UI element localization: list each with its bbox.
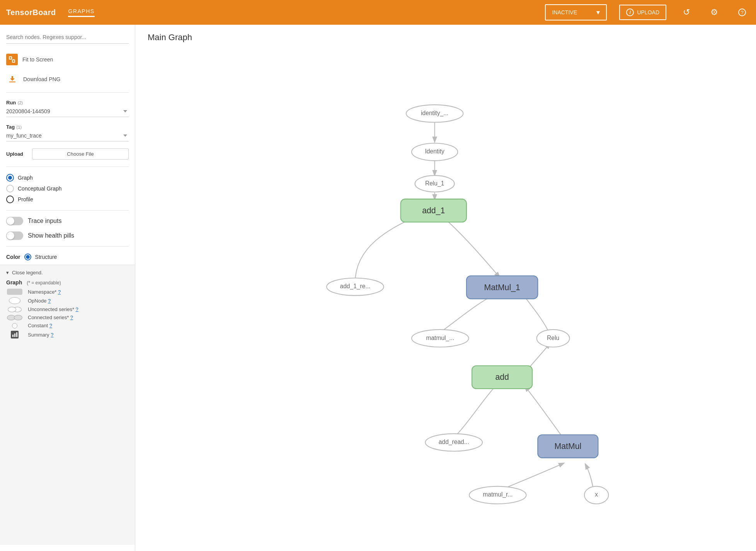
edge-matmul-to-add [525, 386, 561, 435]
svg-rect-1 [12, 60, 15, 62]
help-button[interactable]: ? [734, 5, 750, 20]
tag-label: Tag [6, 124, 15, 130]
color-row: Color Structure [6, 253, 129, 260]
run-field: Run (2) 20200804-144509 [6, 99, 129, 117]
oval-identity-label: Identity [425, 148, 444, 155]
oval-identity-dots-label: identity_... [421, 110, 448, 117]
dropdown-arrow-icon: ▾ [596, 8, 600, 17]
legend-connected-icon [6, 315, 23, 320]
edge-addread-to-add [451, 384, 498, 440]
node-add1-label: add_1 [422, 206, 445, 215]
namespace-help-link[interactable]: ? [58, 289, 61, 295]
legend-opnode-icon [6, 297, 23, 304]
main-layout: Fit to Screen Download PNG Run (2) 20200… [0, 25, 756, 551]
settings-icon: ⚙ [710, 7, 718, 17]
upload-button[interactable]: i UPLOAD [619, 5, 666, 20]
unconnected-help-link[interactable]: ? [76, 306, 78, 312]
oval-add1re-label: add_1_re... [340, 283, 370, 290]
run-label: Run [6, 100, 16, 105]
fit-to-screen-icon [6, 54, 18, 65]
node-matmul-label: MatMul [555, 442, 582, 451]
nav-graphs[interactable]: GRAPHS [68, 8, 94, 17]
legend-item-connected-series: Connected series* ? [6, 315, 129, 320]
trace-inputs-toggle[interactable] [6, 217, 23, 225]
radio-profile[interactable]: Profile [6, 196, 129, 203]
radio-conceptual-graph[interactable]: Conceptual Graph [6, 185, 129, 192]
oval-matmuldots-label: matmul_... [426, 335, 454, 342]
oval-matmulr-label: matmul_r... [483, 491, 513, 498]
upload-row: Upload Choose File [6, 148, 129, 160]
sidebar: Fit to Screen Download PNG Run (2) 20200… [0, 25, 135, 551]
upload-info-icon: i [626, 9, 634, 16]
legend-chevron-icon: ▾ [6, 270, 9, 276]
radio-conceptual-graph-label: Conceptual Graph [18, 185, 62, 192]
legend-summary-label: Summary ? [28, 332, 53, 338]
tag-row: Tag (1) my_func_trace [6, 123, 129, 141]
legend-item-namespace: Namespace* ? [6, 289, 129, 295]
legend-namespace-label: Namespace* ? [28, 289, 61, 295]
status-dropdown[interactable]: INACTIVE ▾ [545, 4, 607, 20]
app-logo: TensorBoard [6, 8, 56, 17]
tag-select[interactable]: my_func_trace [6, 130, 129, 141]
download-icon [6, 73, 19, 85]
node-matmul1-label: MatMul_1 [484, 283, 520, 292]
refresh-button[interactable]: ↺ [679, 5, 694, 20]
legend-section: ▾ Close legend. Graph (* = expandable) N… [0, 265, 135, 545]
graph-type-radio-group: Graph Conceptual Graph Profile [6, 174, 129, 203]
download-png-label: Download PNG [23, 76, 61, 82]
color-radio-indicator [24, 253, 31, 260]
main-content: Main Graph [135, 25, 756, 551]
constant-help-link[interactable]: ? [49, 323, 52, 328]
fit-to-screen-action[interactable]: Fit to Screen [6, 50, 129, 69]
oval-addread-label: add_read... [439, 439, 469, 446]
structure-label: Structure [35, 254, 57, 260]
legend-toggle[interactable]: ▾ Close legend. [6, 270, 129, 276]
legend-expandable-note: (* = expandable) [27, 280, 61, 286]
status-label: INACTIVE [552, 9, 577, 15]
legend-item-constant: Constant ? [6, 323, 129, 328]
connected-help-link[interactable]: ? [70, 315, 73, 320]
legend-opnode-label: OpNode ? [28, 298, 51, 304]
header: TensorBoard GRAPHS INACTIVE ▾ i UPLOAD ↺… [0, 0, 756, 25]
radio-graph[interactable]: Graph [6, 174, 129, 182]
legend-constant-label: Constant ? [28, 323, 52, 328]
summary-help-link[interactable]: ? [51, 332, 53, 338]
tag-count: (1) [17, 125, 22, 129]
show-health-pills-toggle[interactable] [6, 231, 23, 240]
legend-constant-icon [6, 323, 23, 328]
settings-button[interactable]: ⚙ [707, 5, 722, 20]
tag-field: Tag (1) my_func_trace [6, 123, 129, 141]
radio-graph-label: Graph [18, 175, 33, 181]
edge-add1-to-matmul1 [440, 214, 499, 277]
run-tag-row: Run (2) 20200804-144509 [6, 99, 129, 117]
legend-toggle-label: Close legend. [12, 270, 43, 276]
upload-label: Upload [6, 151, 27, 157]
run-count: (2) [18, 100, 23, 105]
run-select[interactable]: 20200804-144509 [6, 106, 129, 117]
legend-item-summary: Summary ? [6, 331, 129, 338]
radio-profile-label: Profile [18, 196, 33, 202]
legend-connected-label: Connected series* ? [28, 315, 73, 320]
refresh-icon: ↺ [683, 7, 690, 17]
graph-svg: identity_... Identity Relu_1 add_1 add_1… [135, 25, 756, 551]
legend-summary-icon [6, 331, 23, 338]
radio-profile-indicator [6, 196, 14, 203]
legend-unconnected-label: Unconnected series* ? [28, 306, 78, 312]
show-health-pills-label: Show health pills [28, 232, 74, 239]
radio-conceptual-graph-indicator [6, 185, 14, 192]
trace-inputs-row: Trace inputs [6, 217, 129, 225]
upload-label: UPLOAD [637, 9, 659, 15]
search-input[interactable] [6, 31, 129, 44]
show-health-pills-row: Show health pills [6, 231, 129, 240]
download-png-action[interactable]: Download PNG [6, 69, 129, 89]
node-add-label: add [495, 372, 509, 382]
legend-graph-title: Graph [6, 279, 22, 286]
legend-namespace-icon [6, 289, 23, 295]
oval-relu-label: Relu [547, 335, 559, 341]
svg-rect-0 [9, 57, 12, 59]
legend-unconnected-icon [6, 307, 23, 312]
legend-item-unconnected-series: Unconnected series* ? [6, 306, 129, 312]
choose-file-button[interactable]: Choose File [32, 148, 129, 160]
opnode-help-link[interactable]: ? [48, 298, 51, 304]
legend-items: Namespace* ? OpNode ? [6, 289, 129, 338]
